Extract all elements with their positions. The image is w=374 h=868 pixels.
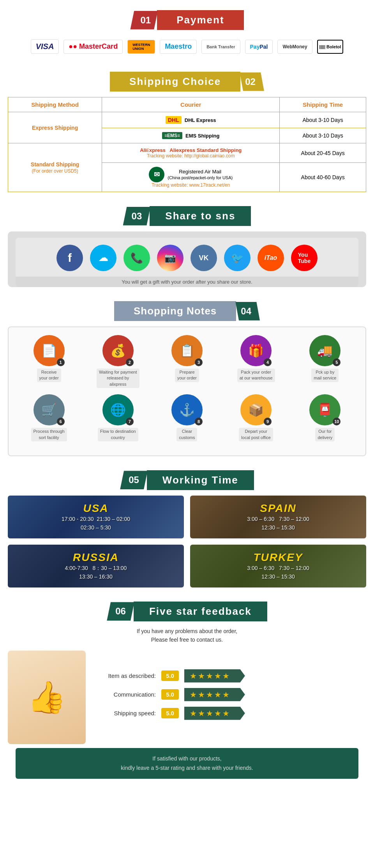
table-row: Standard Shipping(For order over USD5) A… — [8, 143, 366, 163]
maestro-icon: Maestro — [160, 40, 197, 54]
rating-score-shipping: 5.0 — [161, 708, 179, 718]
country-turkey: TURKEY — [196, 551, 361, 564]
step-8: ⚓ 8 Clearcustoms — [166, 394, 208, 441]
bank-transfer-icon: Bank Transfer — [201, 40, 240, 54]
turkey-times: 3:00 – 6:30 7:30 – 12:0012:30 – 15:30 — [196, 564, 361, 581]
country-spain: SPAIN — [196, 502, 361, 515]
step-1-label: Receiveyour order — [37, 369, 61, 382]
table-row: Express Shipping DHL DHL Express About 3… — [8, 112, 366, 128]
steps-row-2: 🛒 6 Process throughsort facility 🌐 7 Flo… — [16, 394, 358, 441]
method-standard: Standard Shipping(For order over USD5) — [8, 143, 102, 192]
vk-icon[interactable]: VK — [191, 245, 217, 271]
facebook-icon[interactable]: f — [56, 245, 83, 271]
feedback-thumb: 👍 — [8, 651, 86, 744]
step-7: 🌐 7 Flow to destinationcountry — [97, 394, 139, 441]
step-3-circle: 📋 3 — [171, 335, 203, 366]
spain-times: 3:00 – 6:30 7:30 – 12:0012:30 – 15:30 — [196, 515, 361, 532]
step-4: 🎁 4 Pack your orderat our warehouse — [235, 335, 277, 388]
step-7-label: Flow to destinationcountry — [98, 428, 138, 441]
step-9-label: Depart yourlocal post office — [239, 428, 273, 441]
youtube-icon[interactable]: YouTube — [291, 245, 318, 271]
feedback-title: Five star feedback — [134, 602, 267, 621]
time-post: About 40-60 Days — [280, 163, 366, 192]
step-5-circle: 🚚 5 — [309, 335, 340, 366]
webmoney-icon: WebMoney — [277, 40, 312, 54]
western-union-icon: WESTERNUNION — [127, 40, 155, 54]
boletol-icon: ||||| Boletol — [317, 40, 344, 54]
sns-icons-row: f ☁ 📞 📷 VK 🐦 iTao YouTube — [16, 238, 358, 278]
stars-shipping: ★ ★ ★ ★ ★ — [184, 707, 245, 720]
working-num: 05 — [120, 471, 148, 489]
working-card-turkey: TURKEY 3:00 – 6:30 7:30 – 12:0012:30 – 1… — [190, 545, 366, 587]
skype-icon[interactable]: ☁ — [90, 245, 116, 271]
notes-box: 📄 1 Receiveyour order 💰 2 Waiting for pa… — [8, 326, 366, 456]
notes-num: 04 — [235, 302, 260, 321]
working-header: 05 Working Time — [8, 470, 366, 490]
step-8-circle: ⚓ 8 — [171, 394, 203, 425]
country-usa: USA — [13, 502, 178, 515]
step-2: 💰 2 Waiting for paymentreleased by alixp… — [97, 335, 139, 388]
time-ems: About 3-10 Days — [280, 128, 366, 143]
twitter-icon[interactable]: 🐦 — [224, 245, 251, 271]
step-5: 🚚 5 Pck up bymail service — [303, 335, 346, 388]
country-russia: RUSSIA — [13, 551, 178, 564]
courier-ems: ≡EMS≡ EMS Shipping — [102, 128, 280, 143]
step-2-label: Waiting for paymentreleased by alixpress — [97, 369, 139, 388]
whatsapp-icon[interactable]: 📞 — [123, 245, 150, 271]
feedback-num: 06 — [107, 602, 134, 621]
working-section: 05 Working Time USA 17:00 - 20:30 21:30 … — [0, 470, 374, 595]
step-5-label: Pck up bymail service — [311, 369, 339, 382]
feedback-content: 👍 Item as described: 5.0 ★ ★ ★ ★ ★ Commu… — [8, 651, 366, 744]
sns-header: 03 Share to sns — [8, 206, 366, 226]
step-6: 🛒 6 Process throughsort facility — [28, 394, 71, 441]
shipping-title: Shipping Choice — [110, 72, 240, 92]
step-3: 📋 3 Prepareyour order — [166, 335, 208, 388]
working-grid: USA 17:00 - 20:30 21:30 – 02:0002:30 – 5… — [8, 496, 366, 587]
feedback-header: 06 Five star feedback — [8, 602, 366, 621]
rating-label-shipping: Shipping speed: — [94, 710, 156, 716]
sns-title: Share to sns — [150, 206, 251, 226]
stars-comm: ★ ★ ★ ★ ★ — [184, 688, 245, 701]
mastercard-icon: ●● MasterCard — [64, 40, 123, 54]
notes-title: Shopping Notes — [114, 301, 236, 321]
steps-row-1: 📄 1 Receiveyour order 💰 2 Waiting for pa… — [16, 335, 358, 388]
step-10: 📮 10 Our fordelivery — [303, 394, 346, 441]
feedback-intro: If you have any problems about the order… — [8, 627, 366, 644]
feedback-bottom-text: If satisfied with our products,kindly le… — [121, 755, 253, 771]
step-3-label: Prepareyour order — [175, 369, 199, 382]
itao-icon[interactable]: iTao — [258, 245, 284, 271]
working-card-spain: SPAIN 3:00 – 6:30 7:30 – 12:0012:30 – 15… — [190, 496, 366, 538]
feedback-bottom-banner: If satisfied with our products,kindly le… — [16, 748, 358, 779]
col-courier: Courier — [102, 97, 280, 112]
notes-section: Shopping Notes 04 📄 1 Receiveyour order … — [0, 301, 374, 464]
payment-section: 01 Payment VISA ●● MasterCard WESTERNUNI… — [0, 0, 374, 65]
step-10-circle: 📮 10 — [309, 394, 340, 425]
working-card-russia: RUSSIA 4:00-7:30 8：30 – 13:0013:30 – 16:… — [8, 545, 184, 587]
courier-dhl: DHL DHL Express — [102, 112, 280, 128]
sns-gift-text: You will get a gift with your order afte… — [16, 277, 358, 287]
sns-num: 03 — [123, 207, 151, 226]
method-express: Express Shipping — [8, 112, 102, 143]
col-method: Shipping Method — [8, 97, 102, 112]
rating-score-item: 5.0 — [161, 670, 179, 681]
rating-row-item: Item as described: 5.0 ★ ★ ★ ★ ★ — [94, 669, 366, 683]
rating-score-comm: 5.0 — [161, 689, 179, 700]
step-9-circle: 📦 9 — [240, 394, 272, 425]
russia-times: 4:00-7:30 8：30 – 13:0013:30 – 16:30 — [13, 564, 178, 581]
rating-row-comm: Communication: 5.0 ★ ★ ★ ★ ★ — [94, 688, 366, 701]
payment-title: Payment — [157, 10, 243, 30]
col-time: Shipping Time — [280, 97, 366, 112]
step-7-circle: 🌐 7 — [102, 394, 134, 425]
stars-item: ★ ★ ★ ★ ★ — [184, 669, 245, 683]
step-6-label: Process throughsort facility — [31, 428, 67, 441]
feedback-section: 06 Five star feedback If you have any pr… — [0, 602, 374, 794]
instagram-icon[interactable]: 📷 — [157, 245, 183, 271]
rating-row-shipping: Shipping speed: 5.0 ★ ★ ★ ★ ★ — [94, 707, 366, 720]
sns-section: 03 Share to sns f ☁ 📞 📷 VK 🐦 iTao YouTub… — [0, 206, 374, 295]
shipping-section: Shipping Choice 02 Shipping Method Couri… — [0, 72, 374, 200]
shipping-header: Shipping Choice 02 — [8, 72, 366, 92]
step-6-circle: 🛒 6 — [34, 394, 65, 425]
notes-header: Shopping Notes 04 — [8, 301, 366, 321]
step-4-label: Pack your orderat our warehouse — [237, 369, 275, 382]
courier-post: ✉ Registered Air Mail(China post/epacket… — [102, 163, 280, 192]
